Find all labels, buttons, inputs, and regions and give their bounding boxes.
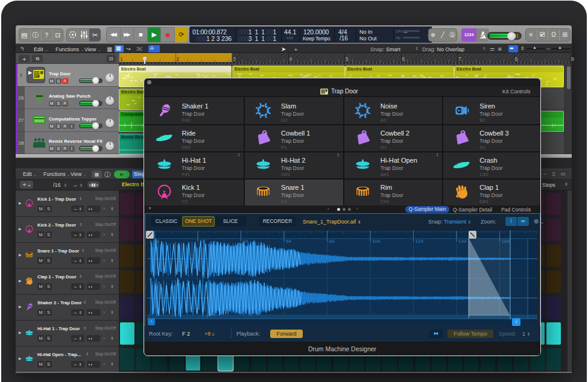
svg-text:104: 104 — [372, 239, 381, 244]
svg-text:144: 144 — [458, 239, 467, 244]
svg-text:84: 84 — [329, 239, 335, 244]
svg-text:124: 124 — [416, 239, 424, 244]
svg-text:64: 64 — [286, 239, 291, 244]
